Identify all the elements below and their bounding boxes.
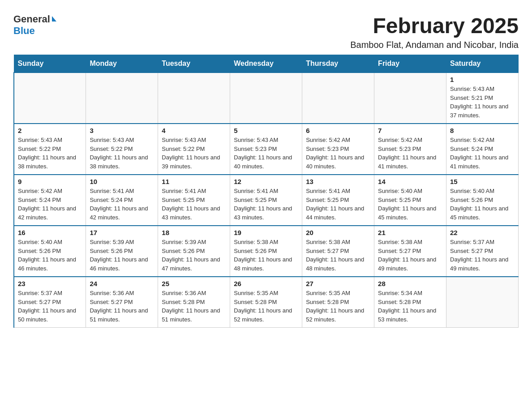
calendar-cell: 27Sunrise: 5:35 AM Sunset: 5:28 PM Dayli… <box>302 277 374 328</box>
calendar-cell: 4Sunrise: 5:43 AM Sunset: 5:22 PM Daylig… <box>158 124 230 175</box>
day-info: Sunrise: 5:42 AM Sunset: 5:24 PM Dayligh… <box>450 136 515 171</box>
calendar-cell: 24Sunrise: 5:36 AM Sunset: 5:27 PM Dayli… <box>86 277 158 328</box>
calendar-cell: 2Sunrise: 5:43 AM Sunset: 5:22 PM Daylig… <box>14 124 86 175</box>
header-day-tuesday: Tuesday <box>158 55 230 73</box>
header-day-friday: Friday <box>374 55 446 73</box>
day-number: 3 <box>90 127 154 134</box>
day-number: 14 <box>378 178 442 185</box>
week-row-2: 2Sunrise: 5:43 AM Sunset: 5:22 PM Daylig… <box>14 124 519 175</box>
day-number: 7 <box>378 127 442 134</box>
calendar-cell: 15Sunrise: 5:40 AM Sunset: 5:26 PM Dayli… <box>446 175 519 226</box>
day-number: 5 <box>234 127 298 134</box>
day-info: Sunrise: 5:38 AM Sunset: 5:26 PM Dayligh… <box>234 238 298 273</box>
day-number: 21 <box>378 229 442 236</box>
logo-general-word: General <box>13 13 50 25</box>
day-number: 28 <box>378 280 442 287</box>
page-header: General Blue February 2025 Bamboo Flat, … <box>13 13 519 50</box>
day-info: Sunrise: 5:36 AM Sunset: 5:28 PM Dayligh… <box>162 289 226 324</box>
day-info: Sunrise: 5:34 AM Sunset: 5:28 PM Dayligh… <box>378 289 442 324</box>
calendar-cell: 6Sunrise: 5:42 AM Sunset: 5:23 PM Daylig… <box>302 124 374 175</box>
calendar-cell: 5Sunrise: 5:43 AM Sunset: 5:23 PM Daylig… <box>230 124 302 175</box>
calendar-cell <box>374 73 446 124</box>
day-info: Sunrise: 5:43 AM Sunset: 5:22 PM Dayligh… <box>162 136 226 171</box>
header-day-wednesday: Wednesday <box>230 55 302 73</box>
day-info: Sunrise: 5:42 AM Sunset: 5:23 PM Dayligh… <box>378 136 442 171</box>
calendar-cell: 11Sunrise: 5:41 AM Sunset: 5:25 PM Dayli… <box>158 175 230 226</box>
week-row-4: 16Sunrise: 5:40 AM Sunset: 5:26 PM Dayli… <box>14 226 519 277</box>
header-day-sunday: Sunday <box>14 55 86 73</box>
day-info: Sunrise: 5:40 AM Sunset: 5:26 PM Dayligh… <box>450 187 515 222</box>
day-number: 1 <box>450 76 515 83</box>
day-info: Sunrise: 5:35 AM Sunset: 5:28 PM Dayligh… <box>306 289 370 324</box>
day-info: Sunrise: 5:42 AM Sunset: 5:23 PM Dayligh… <box>306 136 370 171</box>
day-info: Sunrise: 5:43 AM Sunset: 5:22 PM Dayligh… <box>18 136 82 171</box>
calendar-table: SundayMondayTuesdayWednesdayThursdayFrid… <box>13 55 519 328</box>
calendar-cell: 25Sunrise: 5:36 AM Sunset: 5:28 PM Dayli… <box>158 277 230 328</box>
day-info: Sunrise: 5:43 AM Sunset: 5:21 PM Dayligh… <box>450 85 515 120</box>
calendar-cell <box>230 73 302 124</box>
calendar-cell: 23Sunrise: 5:37 AM Sunset: 5:27 PM Dayli… <box>14 277 86 328</box>
day-number: 9 <box>18 178 82 185</box>
day-info: Sunrise: 5:39 AM Sunset: 5:26 PM Dayligh… <box>162 238 226 273</box>
header-day-thursday: Thursday <box>302 55 374 73</box>
day-info: Sunrise: 5:38 AM Sunset: 5:27 PM Dayligh… <box>378 238 442 273</box>
header-day-saturday: Saturday <box>446 55 519 73</box>
calendar-header: SundayMondayTuesdayWednesdayThursdayFrid… <box>14 55 519 73</box>
week-row-1: 1Sunrise: 5:43 AM Sunset: 5:21 PM Daylig… <box>14 73 519 124</box>
calendar-cell <box>302 73 374 124</box>
calendar-cell: 9Sunrise: 5:42 AM Sunset: 5:24 PM Daylig… <box>14 175 86 226</box>
logo-general-text: General <box>13 13 56 25</box>
logo-arrow-icon <box>52 16 56 21</box>
calendar-cell <box>158 73 230 124</box>
day-info: Sunrise: 5:40 AM Sunset: 5:25 PM Dayligh… <box>378 187 442 222</box>
calendar-cell <box>86 73 158 124</box>
day-number: 18 <box>162 229 226 236</box>
day-number: 4 <box>162 127 226 134</box>
day-info: Sunrise: 5:41 AM Sunset: 5:25 PM Dayligh… <box>306 187 370 222</box>
calendar-cell: 20Sunrise: 5:38 AM Sunset: 5:27 PM Dayli… <box>302 226 374 277</box>
calendar-cell <box>446 277 519 328</box>
day-info: Sunrise: 5:41 AM Sunset: 5:25 PM Dayligh… <box>234 187 298 222</box>
title-area: February 2025 Bamboo Flat, Andaman and N… <box>350 13 519 50</box>
day-info: Sunrise: 5:37 AM Sunset: 5:27 PM Dayligh… <box>450 238 515 273</box>
header-day-monday: Monday <box>86 55 158 73</box>
day-number: 11 <box>162 178 226 185</box>
calendar-cell: 10Sunrise: 5:41 AM Sunset: 5:24 PM Dayli… <box>86 175 158 226</box>
day-number: 25 <box>162 280 226 287</box>
calendar-cell: 18Sunrise: 5:39 AM Sunset: 5:26 PM Dayli… <box>158 226 230 277</box>
calendar-cell: 13Sunrise: 5:41 AM Sunset: 5:25 PM Dayli… <box>302 175 374 226</box>
day-number: 6 <box>306 127 370 134</box>
day-info: Sunrise: 5:38 AM Sunset: 5:27 PM Dayligh… <box>306 238 370 273</box>
day-info: Sunrise: 5:37 AM Sunset: 5:27 PM Dayligh… <box>18 289 82 324</box>
calendar-cell: 1Sunrise: 5:43 AM Sunset: 5:21 PM Daylig… <box>446 73 519 124</box>
day-info: Sunrise: 5:41 AM Sunset: 5:24 PM Dayligh… <box>90 187 154 222</box>
page-title: February 2025 <box>350 13 519 38</box>
calendar-cell: 16Sunrise: 5:40 AM Sunset: 5:26 PM Dayli… <box>14 226 86 277</box>
calendar-cell: 17Sunrise: 5:39 AM Sunset: 5:26 PM Dayli… <box>86 226 158 277</box>
day-number: 27 <box>306 280 370 287</box>
week-row-3: 9Sunrise: 5:42 AM Sunset: 5:24 PM Daylig… <box>14 175 519 226</box>
calendar-cell: 19Sunrise: 5:38 AM Sunset: 5:26 PM Dayli… <box>230 226 302 277</box>
day-info: Sunrise: 5:41 AM Sunset: 5:25 PM Dayligh… <box>162 187 226 222</box>
calendar-cell: 12Sunrise: 5:41 AM Sunset: 5:25 PM Dayli… <box>230 175 302 226</box>
page-subtitle: Bamboo Flat, Andaman and Nicobar, India <box>350 40 519 50</box>
logo: General Blue <box>13 13 56 37</box>
day-info: Sunrise: 5:35 AM Sunset: 5:28 PM Dayligh… <box>234 289 298 324</box>
day-info: Sunrise: 5:43 AM Sunset: 5:23 PM Dayligh… <box>234 136 298 171</box>
calendar-cell: 26Sunrise: 5:35 AM Sunset: 5:28 PM Dayli… <box>230 277 302 328</box>
header-row: SundayMondayTuesdayWednesdayThursdayFrid… <box>14 55 519 73</box>
day-number: 13 <box>306 178 370 185</box>
day-info: Sunrise: 5:42 AM Sunset: 5:24 PM Dayligh… <box>18 187 82 222</box>
day-info: Sunrise: 5:39 AM Sunset: 5:26 PM Dayligh… <box>90 238 154 273</box>
day-number: 8 <box>450 127 515 134</box>
week-row-5: 23Sunrise: 5:37 AM Sunset: 5:27 PM Dayli… <box>14 277 519 328</box>
day-number: 23 <box>18 280 82 287</box>
day-info: Sunrise: 5:40 AM Sunset: 5:26 PM Dayligh… <box>18 238 82 273</box>
day-number: 17 <box>90 229 154 236</box>
logo-blue-word: Blue <box>13 25 35 37</box>
day-number: 2 <box>18 127 82 134</box>
calendar-cell: 21Sunrise: 5:38 AM Sunset: 5:27 PM Dayli… <box>374 226 446 277</box>
calendar-cell: 7Sunrise: 5:42 AM Sunset: 5:23 PM Daylig… <box>374 124 446 175</box>
calendar-cell: 8Sunrise: 5:42 AM Sunset: 5:24 PM Daylig… <box>446 124 519 175</box>
day-number: 19 <box>234 229 298 236</box>
